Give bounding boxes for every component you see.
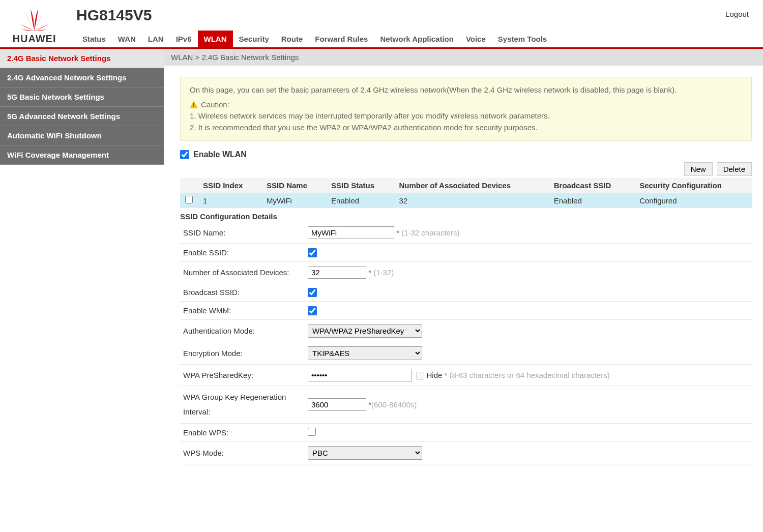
logo: HUAWEI	[10, 5, 58, 45]
psk-label: WPA PreSharedKey:	[180, 365, 305, 386]
wps-checkbox[interactable]	[308, 428, 316, 436]
broadcast-label: Broadcast SSID:	[180, 283, 305, 302]
huawei-logo-icon	[10, 5, 58, 33]
tab-voice[interactable]: Voice	[460, 31, 492, 47]
cell-name: MyWiFi	[261, 193, 326, 208]
sidebar-item-2-4g-basic-network-settings[interactable]: 2.4G Basic Network Settings	[0, 49, 164, 68]
ssid-name-input[interactable]	[308, 226, 394, 239]
num-devices-input[interactable]	[308, 266, 366, 279]
new-button[interactable]: New	[684, 162, 713, 176]
enable-wlan-label[interactable]: Enable WLAN	[193, 150, 247, 159]
tab-status[interactable]: Status	[76, 31, 112, 47]
hide-label: Hide	[427, 371, 443, 379]
tab-lan[interactable]: LAN	[142, 31, 170, 47]
logout-link[interactable]: Logout	[725, 10, 749, 18]
nav-tabs: StatusWANLANIPv6WLANSecurityRouteForward…	[76, 31, 753, 47]
table-row[interactable]: 1 MyWiFi Enabled 32 Enabled Configured	[180, 193, 752, 208]
config-section-title: SSID Configuration Details	[180, 212, 752, 221]
tab-system-tools[interactable]: System Tools	[492, 31, 553, 47]
model-title: HG8145V5	[76, 7, 152, 24]
sidebar-item-5g-advanced-network-settings[interactable]: 5G Advanced Network Settings	[0, 107, 164, 126]
cell-index: 1	[198, 193, 261, 208]
sidebar-item-wifi-coverage-management[interactable]: WiFi Coverage Management	[0, 145, 164, 165]
hide-checkbox[interactable]	[416, 372, 424, 380]
group-key-input[interactable]	[308, 398, 366, 411]
ssid-name-label: SSID Name:	[180, 222, 305, 244]
tab-route[interactable]: Route	[275, 31, 309, 47]
psk-hint: (8-63 characters or 64 hexadecimal chara…	[450, 371, 610, 379]
tab-security[interactable]: Security	[233, 31, 275, 47]
info-line3: 2. It is recommended that you use the WP…	[190, 122, 742, 134]
warning-icon	[190, 101, 198, 109]
enable-ssid-checkbox[interactable]	[308, 248, 317, 257]
row-checkbox[interactable]	[185, 196, 193, 203]
enc-mode-select[interactable]: TKIP&AES	[308, 346, 422, 360]
num-devices-label: Number of Associated Devices:	[180, 262, 305, 283]
info-line1: On this page, you can set the basic para…	[190, 84, 742, 96]
table-header: SSID Index	[198, 178, 261, 193]
table-header: SSID Name	[261, 178, 326, 193]
header: HUAWEI HG8145V5 Logout StatusWANLANIPv6W…	[0, 0, 763, 49]
table-header	[180, 178, 198, 193]
tab-forward-rules[interactable]: Forward Rules	[309, 31, 374, 47]
wmm-label: Enable WMM:	[180, 302, 305, 320]
ssid-name-hint: (1-32 characters)	[401, 228, 459, 237]
table-header: Broadcast SSID	[549, 178, 634, 193]
tab-ipv6[interactable]: IPv6	[170, 31, 198, 47]
cell-security: Configured	[634, 193, 752, 208]
auth-mode-label: Authentication Mode:	[180, 320, 305, 342]
ssid-table: SSID IndexSSID NameSSID StatusNumber of …	[180, 178, 752, 208]
sidebar-item-2-4g-advanced-network-settings[interactable]: 2.4G Advanced Network Settings	[0, 68, 164, 87]
cell-devices: 32	[394, 193, 548, 208]
auth-mode-select[interactable]: WPA/WPA2 PreSharedKey	[308, 324, 422, 338]
tab-network-application[interactable]: Network Application	[374, 31, 459, 47]
sidebar-item-5g-basic-network-settings[interactable]: 5G Basic Network Settings	[0, 87, 164, 107]
wps-label: Enable WPS:	[180, 424, 305, 442]
cell-status: Enabled	[326, 193, 394, 208]
sidebar-item-automatic-wifi-shutdown[interactable]: Automatic WiFi Shutdown	[0, 126, 164, 145]
svg-rect-0	[193, 103, 194, 106]
tab-wlan[interactable]: WLAN	[198, 31, 233, 47]
brand-text: HUAWEI	[13, 33, 56, 45]
broadcast-checkbox[interactable]	[308, 288, 317, 297]
enable-wlan-checkbox[interactable]	[180, 150, 189, 159]
group-key-hint: (600-86400s)	[371, 400, 417, 409]
cell-broadcast: Enabled	[549, 193, 634, 208]
num-devices-hint: (1-32)	[373, 268, 394, 277]
table-header: Security Configuration	[634, 178, 752, 193]
tab-wan[interactable]: WAN	[112, 31, 142, 47]
enable-ssid-label: Enable SSID:	[180, 244, 305, 262]
main-panel: WLAN > 2.4G Basic Network Settings On th…	[164, 49, 763, 469]
content: 2.4G Basic Network Settings2.4G Advanced…	[0, 49, 763, 469]
sidebar: 2.4G Basic Network Settings2.4G Advanced…	[0, 49, 164, 469]
wps-mode-label: WPS Mode:	[180, 442, 305, 464]
config-table: SSID Name: * (1-32 characters) Enable SS…	[180, 222, 752, 464]
psk-input[interactable]	[308, 369, 412, 381]
enc-mode-label: Encryption Mode:	[180, 342, 305, 365]
wps-mode-select[interactable]: PBC	[308, 446, 422, 460]
wmm-checkbox[interactable]	[308, 306, 317, 315]
info-box: On this page, you can set the basic para…	[180, 77, 752, 141]
table-header: Number of Associated Devices	[394, 178, 548, 193]
breadcrumb: WLAN > 2.4G Basic Network Settings	[164, 49, 763, 66]
caution-label: Caution:	[201, 99, 229, 111]
svg-rect-1	[193, 106, 194, 107]
group-key-label: WPA Group Key Regeneration Interval:	[180, 386, 305, 424]
info-line2: 1. Wireless network services may be inte…	[190, 110, 742, 122]
table-header: SSID Status	[326, 178, 394, 193]
delete-button[interactable]: Delete	[717, 162, 752, 176]
